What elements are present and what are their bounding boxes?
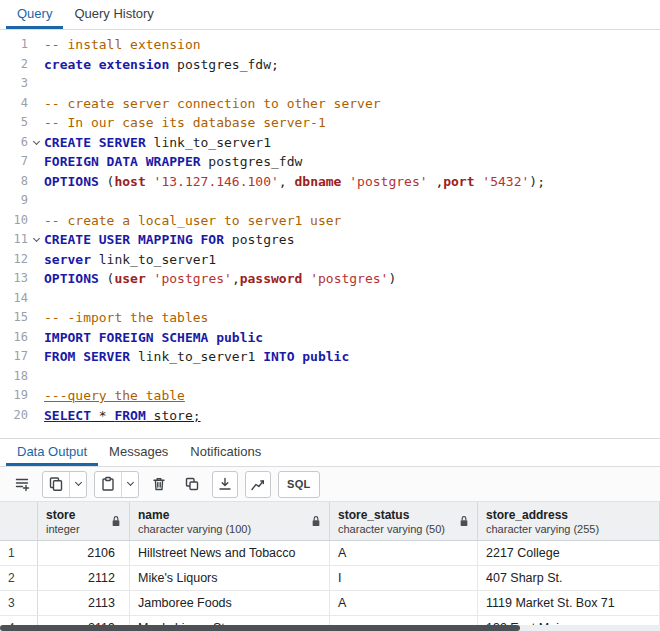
sql-editor[interactable]: 1-- install extension2create extension p… xyxy=(0,30,660,438)
tab-data-output[interactable]: Data Output xyxy=(6,439,98,466)
code-line[interactable]: 12server link_to_server1 xyxy=(0,250,660,270)
line-number: 4 xyxy=(0,94,28,114)
chevron-down-icon xyxy=(74,479,81,486)
fold-gutter xyxy=(28,328,44,348)
data-cell[interactable]: 2217 College xyxy=(478,541,660,565)
code-line[interactable]: 13OPTIONS (user 'postgres',password 'pos… xyxy=(0,269,660,289)
paste-icon xyxy=(100,476,116,492)
save-data-changes-button[interactable] xyxy=(179,471,205,498)
column-name: store_status xyxy=(338,508,445,522)
line-number: 13 xyxy=(0,269,28,289)
line-number: 14 xyxy=(0,289,28,309)
save-results-button[interactable] xyxy=(212,471,238,498)
table-row: 32113Jamboree FoodsA1119 Market St. Box … xyxy=(0,591,660,616)
line-number: 8 xyxy=(0,172,28,192)
column-label: store_address character varying (255) xyxy=(486,508,599,535)
tab-notifications[interactable]: Notifications xyxy=(179,439,272,466)
code-text: -- In our case its database server-1 xyxy=(44,113,326,133)
code-line[interactable]: 18 xyxy=(0,367,660,387)
copy-button[interactable] xyxy=(43,472,69,497)
code-line[interactable]: 3 xyxy=(0,74,660,94)
results-grid: store integer name character varying (10… xyxy=(0,502,660,631)
line-number: 10 xyxy=(0,211,28,231)
data-cell[interactable]: 2112 xyxy=(38,566,130,590)
column-header-store[interactable]: store integer xyxy=(38,502,130,540)
copy-dropdown-button[interactable] xyxy=(69,472,86,497)
column-header-name[interactable]: name character varying (100) xyxy=(130,502,330,540)
line-number: 9 xyxy=(0,191,28,211)
line-number: 20 xyxy=(0,406,28,426)
line-number: 18 xyxy=(0,367,28,387)
row-number-cell[interactable]: 3 xyxy=(0,591,38,615)
code-line[interactable]: 16IMPORT FOREIGN SCHEMA public xyxy=(0,328,660,348)
code-text: FROM SERVER link_to_server1 INTO public xyxy=(44,347,349,367)
column-header-store-status[interactable]: store_status character varying (50) xyxy=(330,502,478,540)
data-cell[interactable]: 2113 xyxy=(38,591,130,615)
fold-gutter xyxy=(28,94,44,114)
fold-gutter xyxy=(28,74,44,94)
tab-query-history[interactable]: Query History xyxy=(63,0,164,29)
row-number-cell[interactable]: 2 xyxy=(0,566,38,590)
code-line[interactable]: 11CREATE USER MAPPING FOR postgres xyxy=(0,230,660,250)
column-header-store-address[interactable]: store_address character varying (255) xyxy=(478,502,660,540)
fold-gutter xyxy=(28,347,44,367)
code-line[interactable]: 20SELECT * FROM store; xyxy=(0,406,660,426)
chart-icon xyxy=(250,476,266,492)
code-line[interactable]: 19---query the table xyxy=(0,386,660,406)
fold-gutter xyxy=(28,289,44,309)
code-line[interactable]: 1-- install extension xyxy=(0,35,660,55)
add-row-button[interactable] xyxy=(9,471,35,498)
data-cell[interactable]: Jamboree Foods xyxy=(130,591,330,615)
code-line[interactable]: 14 xyxy=(0,289,660,309)
data-cell[interactable]: A xyxy=(330,541,478,565)
graph-visualiser-button[interactable] xyxy=(245,471,271,498)
column-name: store xyxy=(46,508,80,522)
code-line[interactable]: 10-- create a local_user to server1 user xyxy=(0,211,660,231)
fold-gutter xyxy=(28,269,44,289)
line-number: 5 xyxy=(0,113,28,133)
row-number-cell[interactable]: 1 xyxy=(0,541,38,565)
fold-gutter xyxy=(28,152,44,172)
fold-toggle-icon[interactable] xyxy=(28,230,44,250)
fold-toggle-icon[interactable] xyxy=(28,133,44,153)
save-data-changes-icon xyxy=(184,476,200,492)
data-cell[interactable]: A xyxy=(330,591,478,615)
code-line[interactable]: 8OPTIONS (host '13.127.146.100', dbname … xyxy=(0,172,660,192)
data-cell[interactable]: 2106 xyxy=(38,541,130,565)
data-cell[interactable]: 1119 Market St. Box 71 xyxy=(478,591,660,615)
data-cell[interactable]: Hillstreet News and Tobacco xyxy=(130,541,330,565)
code-text: -- -import the tables xyxy=(44,308,208,328)
fold-gutter xyxy=(28,172,44,192)
paste-dropdown-button[interactable] xyxy=(121,472,138,497)
data-cell[interactable]: Mike's Liquors xyxy=(130,566,330,590)
show-sql-button[interactable]: SQL xyxy=(278,471,320,498)
code-line[interactable]: 7FOREIGN DATA WRAPPER postgres_fdw xyxy=(0,152,660,172)
fold-gutter xyxy=(28,55,44,75)
code-text: -- create a local_user to server1 user xyxy=(44,211,341,231)
code-line[interactable]: 6CREATE SERVER link_to_server1 xyxy=(0,133,660,153)
code-text: FOREIGN DATA WRAPPER postgres_fdw xyxy=(44,152,302,172)
query-tool-window: Query Query History 1-- install extensio… xyxy=(0,0,660,631)
code-line[interactable]: 2create extension postgres_fdw; xyxy=(0,55,660,75)
fold-gutter xyxy=(28,386,44,406)
data-cell[interactable]: I xyxy=(330,566,478,590)
column-name: name xyxy=(138,508,251,522)
delete-row-button[interactable] xyxy=(146,471,172,498)
download-icon xyxy=(217,476,233,492)
code-line[interactable]: 4-- create server connection to other se… xyxy=(0,94,660,114)
lock-icon xyxy=(106,515,121,527)
paste-button[interactable] xyxy=(95,472,121,497)
code-line[interactable]: 17FROM SERVER link_to_server1 INTO publi… xyxy=(0,347,660,367)
row-number-header[interactable] xyxy=(0,502,38,540)
code-line[interactable]: 5-- In our case its database server-1 xyxy=(0,113,660,133)
code-line[interactable]: 15-- -import the tables xyxy=(0,308,660,328)
tab-messages[interactable]: Messages xyxy=(98,439,179,466)
code-line[interactable]: 9 xyxy=(0,191,660,211)
scrollbar-thumb[interactable] xyxy=(0,625,520,631)
data-cell[interactable]: 407 Sharp St. xyxy=(478,566,660,590)
tab-query[interactable]: Query xyxy=(6,0,63,29)
table-row: 12106Hillstreet News and TobaccoA2217 Co… xyxy=(0,541,660,566)
column-type: integer xyxy=(46,523,80,535)
fold-gutter xyxy=(28,191,44,211)
horizontal-scrollbar[interactable] xyxy=(0,625,660,631)
